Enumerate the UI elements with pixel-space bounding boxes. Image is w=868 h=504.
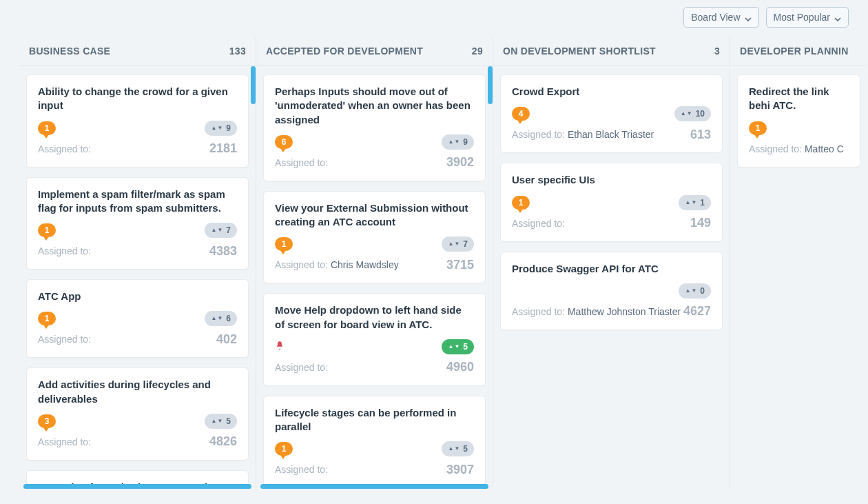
board-card[interactable]: Produce Swagger API for ATC▲▼0Assigned t…	[500, 252, 723, 330]
comment-count-icon[interactable]: 1	[275, 442, 293, 456]
comment-count-icon[interactable]: 1	[38, 312, 56, 325]
column-header: ACCEPTED FOR DEVELOPMENT29	[256, 36, 493, 66]
card-score: 402	[216, 332, 237, 347]
updown-arrows-icon: ▲▼	[211, 228, 223, 233]
vote-pill[interactable]: ▲▼9	[205, 121, 237, 136]
card-title: Perhaps Inputs should move out of 'unmod…	[275, 85, 474, 127]
assigned-to: Assigned to: Matthew Johnston Triaster	[512, 306, 681, 317]
card-meta-row: 3▲▼5	[38, 413, 237, 430]
card-score: 4383	[209, 244, 237, 259]
assignee-name: Chris Mawdsley	[331, 259, 399, 270]
toolbar: Board View Most Popular	[683, 7, 849, 28]
board-column: BUSINESS CASE133Ability to change the cr…	[19, 36, 256, 489]
updown-arrows-icon: ▲▼	[681, 111, 692, 117]
board-card[interactable]: Move Help dropdown to left hand side of …	[263, 293, 486, 386]
assignee-name: Ethan Black Triaster	[568, 129, 654, 140]
card-title: Ability to change the crowd for a given …	[38, 85, 237, 113]
card-score: 3902	[446, 155, 474, 170]
vote-pill[interactable]: ▲▼9	[442, 134, 474, 150]
assigned-to: Assigned to:	[275, 362, 328, 373]
scrollbar-horizontal[interactable]	[260, 484, 488, 489]
sort-dropdown[interactable]: Most Popular	[766, 7, 849, 28]
scrollbar-horizontal[interactable]	[23, 484, 251, 489]
updown-arrows-icon: ▲▼	[448, 241, 459, 247]
vote-pill[interactable]: ▲▼1	[679, 195, 711, 210]
card-title: Move Help dropdown to left hand side of …	[275, 303, 474, 332]
card-title: ATC App	[38, 290, 237, 303]
scrollbar-vertical[interactable]	[251, 66, 256, 104]
comment-count-icon[interactable]: 1	[512, 196, 530, 210]
column-count: 29	[472, 46, 483, 57]
board-card[interactable]: Perhaps Inputs should move out of 'unmod…	[263, 74, 486, 181]
assignee-name: Matteo C	[805, 143, 844, 154]
vote-count: 9	[226, 123, 231, 133]
card-meta-row: 1▲▼1	[512, 194, 711, 211]
vote-pill[interactable]: ▲▼0	[679, 283, 711, 299]
column-header: ON DEVELOPMENT SHORTLIST3	[493, 36, 730, 66]
card-score: 4826	[209, 434, 237, 449]
card-meta-row: 1▲▼6	[38, 310, 237, 327]
scrollbar-vertical[interactable]	[488, 66, 493, 104]
card-title: Add activities during lifecycles and del…	[38, 378, 237, 406]
card-footer-row: Assigned to:4826	[38, 434, 237, 450]
column-body: Crowd Export4▲▼10Assigned to: Ethan Blac…	[493, 66, 730, 489]
column-title: BUSINESS CASE	[29, 46, 110, 57]
board-card[interactable]: Redirect the link behi ATC.1Assigned to:…	[737, 74, 860, 168]
comment-count-icon[interactable]: 1	[38, 223, 56, 237]
vote-pill[interactable]: ▲▼5	[442, 339, 474, 354]
column-scroll[interactable]: Redirect the link behi ATC.1Assigned to:…	[730, 66, 867, 489]
card-score: 149	[690, 216, 711, 230]
assigned-label: Assigned to:	[512, 129, 565, 140]
board-card[interactable]: User specific UIs1▲▼1Assigned to:149	[500, 163, 723, 241]
card-footer-row: Assigned to:149	[512, 215, 711, 232]
vote-pill[interactable]: ▲▼6	[205, 311, 237, 326]
board-card[interactable]: Crowd Export4▲▼10Assigned to: Ethan Blac…	[500, 74, 723, 153]
updown-arrows-icon: ▲▼	[211, 125, 223, 131]
vote-count: 1	[700, 198, 705, 208]
comment-count-icon[interactable]: 1	[275, 237, 293, 251]
card-footer-row: Assigned to: Matthew Johnston Triaster46…	[512, 303, 711, 320]
vote-pill[interactable]: ▲▼5	[442, 441, 474, 456]
vote-count: 9	[463, 137, 468, 147]
board-card[interactable]: Add activities during lifecycles and del…	[26, 367, 249, 461]
comment-count-icon[interactable]: 6	[275, 135, 293, 149]
view-dropdown-label: Board View	[691, 12, 740, 23]
assigned-label: Assigned to:	[749, 143, 802, 154]
column-body: Redirect the link behi ATC.1Assigned to:…	[730, 66, 867, 489]
comment-count-icon[interactable]: 1	[749, 121, 767, 135]
comment-count-icon[interactable]: 3	[38, 414, 56, 428]
card-footer-row: Assigned to: Chris Mawdsley3715	[275, 256, 474, 273]
chevron-down-icon	[745, 14, 752, 21]
assigned-label: Assigned to:	[38, 143, 91, 154]
board-card[interactable]: Lifecycle stages can be performed in par…	[263, 396, 486, 489]
card-score: 4960	[446, 360, 474, 374]
assignee-name: Matthew Johnston Triaster	[568, 306, 681, 317]
comment-count-icon[interactable]: 4	[512, 107, 530, 121]
vote-pill[interactable]: ▲▼7	[205, 223, 237, 238]
board-column: ACCEPTED FOR DEVELOPMENT29Perhaps Inputs…	[256, 36, 493, 489]
board-card[interactable]: ATC App1▲▼6Assigned to:402	[26, 279, 249, 358]
assigned-to: Assigned to:	[38, 334, 91, 345]
assigned-label: Assigned to:	[38, 334, 91, 345]
assigned-label: Assigned to:	[275, 362, 328, 373]
card-title: Implement a spam filter/mark as spam fla…	[38, 188, 237, 216]
board-card[interactable]: View your External Submission without cr…	[263, 191, 486, 284]
assigned-label: Assigned to:	[275, 464, 328, 475]
view-dropdown[interactable]: Board View	[683, 7, 758, 28]
vote-pill[interactable]: ▲▼10	[674, 106, 711, 121]
vote-pill[interactable]: ▲▼5	[205, 414, 237, 429]
card-score: 2181	[209, 141, 237, 156]
column-scroll[interactable]: Ability to change the crowd for a given …	[19, 66, 256, 489]
card-title: Produce Swagger API for ATC	[512, 262, 711, 276]
board-card[interactable]: Implement a spam filter/mark as spam fla…	[26, 177, 249, 270]
column-scroll[interactable]: Crowd Export4▲▼10Assigned to: Ethan Blac…	[493, 66, 730, 489]
vote-pill[interactable]: ▲▼7	[442, 236, 474, 252]
comment-count-icon[interactable]: 1	[38, 121, 56, 135]
card-title: User specific UIs	[512, 173, 711, 187]
app-root: Board View Most Popular BUSINESS CASE133…	[0, 0, 868, 504]
board-card[interactable]: Ability to change the crowd for a given …	[26, 74, 249, 168]
updown-arrows-icon: ▲▼	[448, 344, 459, 350]
column-scroll[interactable]: Perhaps Inputs should move out of 'unmod…	[256, 66, 493, 489]
assigned-label: Assigned to:	[512, 306, 565, 317]
assigned-label: Assigned to:	[275, 259, 328, 270]
